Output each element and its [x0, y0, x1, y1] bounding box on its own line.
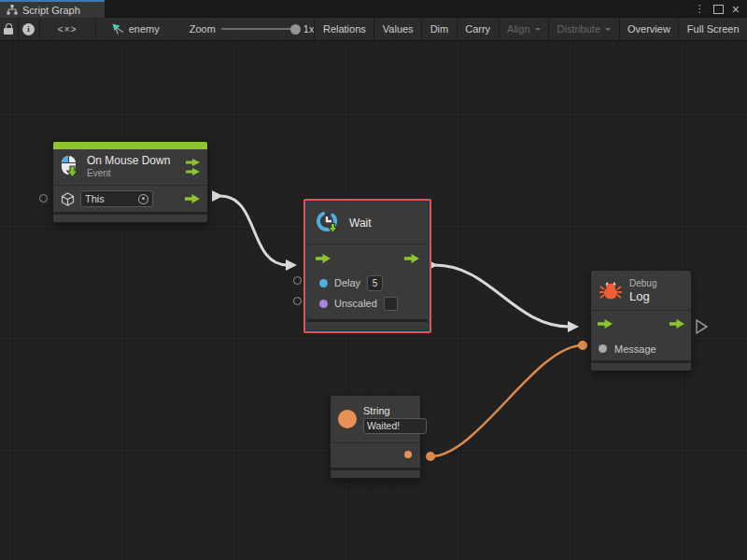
close-icon[interactable]: × — [732, 3, 740, 16]
string-literal-icon — [338, 410, 357, 428]
toolbar-buttons: Relations Values Dim Carry Align Distrib… — [314, 18, 747, 40]
overview-button[interactable]: Overview — [619, 18, 679, 40]
graph-canvas[interactable]: On Mouse Down Event This — [0, 41, 747, 560]
script-graph-window: Script Graph ⋮ × i <×> enemy Zoom — [0, 0, 747, 560]
zoom-value: 1x — [303, 23, 315, 35]
node-port-row: This — [53, 186, 207, 212]
info-icon: i — [22, 23, 35, 35]
unconnected-control-port[interactable] — [697, 320, 707, 333]
message-label: Message — [614, 343, 656, 355]
event-accent-bar — [53, 142, 207, 149]
wire-end-arrow — [286, 259, 297, 271]
node-string[interactable]: String Waited! — [331, 396, 420, 478]
script-graph-icon — [7, 5, 18, 15]
node-footer — [591, 360, 691, 371]
delay-label: Delay — [334, 277, 360, 288]
zoom-slider[interactable] — [221, 28, 298, 30]
unscaled-label: Unscaled — [334, 298, 377, 309]
node-header: String Waited! — [331, 396, 420, 442]
control-input-port[interactable] — [316, 254, 331, 263]
node-title: Wait — [349, 217, 372, 230]
control-output-port[interactable] — [404, 254, 419, 263]
unscaled-input-port[interactable] — [293, 297, 302, 305]
align-dropdown[interactable]: Align — [499, 18, 548, 40]
unscaled-port[interactable] — [319, 300, 328, 308]
unscaled-checkbox[interactable] — [384, 297, 398, 311]
event-trigger-arrows-icon — [186, 159, 200, 175]
node-title: Log — [629, 289, 656, 304]
string-value-field[interactable]: Waited! — [363, 418, 427, 434]
carry-button[interactable]: Carry — [457, 18, 499, 40]
control-input-port[interactable] — [598, 319, 613, 329]
edit-source-button[interactable]: <×> — [40, 18, 96, 40]
node-title: String — [363, 405, 427, 416]
lock-button[interactable] — [0, 18, 19, 40]
target-field[interactable]: This — [80, 190, 153, 207]
value-wire[interactable] — [430, 345, 583, 456]
target-input-port[interactable] — [39, 194, 48, 203]
message-row: Message — [591, 337, 691, 360]
maximize-icon[interactable] — [713, 5, 724, 14]
chevron-down-icon — [605, 28, 611, 34]
control-output-port[interactable] — [185, 194, 200, 203]
unscaled-row: Unscaled — [307, 293, 428, 314]
zoom-label: Zoom — [190, 23, 216, 35]
node-header: Debug Log — [591, 271, 691, 310]
fullscreen-button[interactable]: Full Screen — [678, 18, 747, 40]
zoom-slider-handle[interactable] — [290, 24, 301, 35]
graph-toolbar: i <×> enemy Zoom 1x Relations Values Dim… — [0, 18, 747, 41]
control-output-port[interactable] — [669, 319, 684, 329]
lock-icon — [4, 28, 13, 35]
string-output-port[interactable] — [404, 451, 412, 458]
graph-name-label: enemy — [129, 23, 160, 35]
delay-value-field[interactable]: 5 — [367, 275, 383, 291]
graph-asset[interactable]: enemy — [111, 18, 160, 40]
control-wire[interactable] — [220, 196, 288, 265]
relations-button[interactable]: Relations — [314, 18, 374, 40]
cube-icon — [61, 192, 75, 206]
distribute-dropdown[interactable]: Distribute — [548, 18, 618, 40]
node-title: On Mouse Down — [87, 154, 178, 168]
node-port-row — [331, 443, 420, 466]
graph-asset-icon — [111, 23, 124, 35]
control-ports-row — [591, 311, 691, 337]
zoom-control: Zoom 1x — [190, 18, 315, 40]
tab-bar: Script Graph ⋮ × — [0, 0, 747, 18]
values-button[interactable]: Values — [374, 18, 421, 40]
control-ports-row — [307, 245, 428, 273]
node-footer — [307, 319, 428, 329]
selection-outline: Wait Delay 5 Un — [303, 199, 431, 333]
node-subtitle: Event — [87, 168, 178, 180]
chevron-down-icon — [535, 28, 541, 34]
menu-icon[interactable]: ⋮ — [695, 4, 705, 14]
delay-input-port[interactable] — [293, 276, 302, 285]
dim-button[interactable]: Dim — [421, 18, 457, 40]
node-debug-log[interactable]: Debug Log Message — [591, 271, 691, 371]
node-on-mouse-down[interactable]: On Mouse Down Event This — [53, 142, 207, 222]
tab-label: Script Graph — [22, 5, 80, 16]
wire-start-dot — [426, 452, 435, 461]
control-wire[interactable] — [435, 265, 570, 327]
window-controls: ⋮ × — [695, 0, 747, 18]
bug-icon — [599, 281, 622, 301]
node-footer — [53, 212, 207, 222]
object-picker-icon[interactable] — [138, 194, 148, 204]
node-header: Wait — [307, 203, 428, 244]
mouse-down-icon — [61, 155, 79, 179]
wire-end-dot — [578, 341, 587, 350]
node-category: Debug — [629, 277, 656, 289]
node-header: On Mouse Down Event — [53, 149, 207, 185]
target-field-value: This — [85, 193, 138, 204]
wire-end-arrow — [568, 321, 579, 332]
delay-row: Delay 5 — [307, 273, 428, 293]
delay-port[interactable] — [319, 279, 328, 287]
node-wait[interactable]: Wait Delay 5 Un — [307, 203, 428, 329]
message-port[interactable] — [599, 344, 607, 353]
code-icon: <×> — [58, 24, 78, 35]
node-footer — [331, 468, 420, 478]
wait-clock-icon — [316, 210, 341, 236]
info-button[interactable]: i — [19, 18, 40, 40]
tab-script-graph[interactable]: Script Graph — [0, 0, 105, 18]
